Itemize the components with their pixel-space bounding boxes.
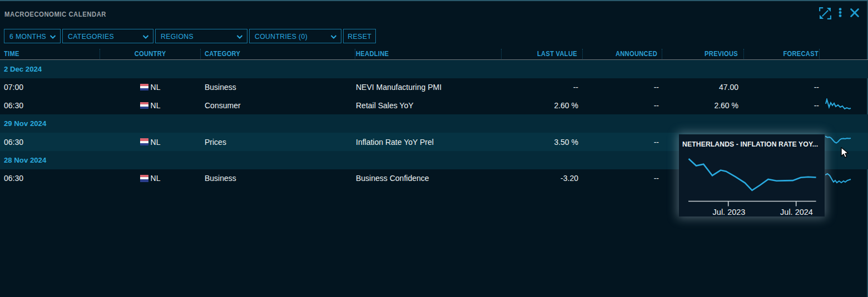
svg-text:Jul. 2023: Jul. 2023 [713,207,746,216]
svg-text:Jul. 2024: Jul. 2024 [780,207,813,216]
